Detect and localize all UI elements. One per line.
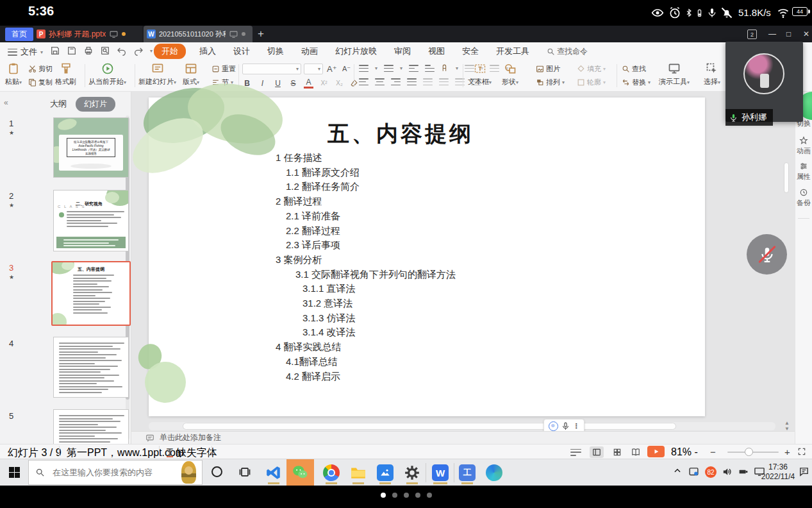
tab-slides[interactable]: 幻灯片: [76, 97, 115, 112]
notification-center-icon[interactable]: [799, 466, 809, 477]
zoom-in-button[interactable]: +: [784, 446, 790, 457]
italic-button[interactable]: I: [258, 79, 267, 88]
thumbnail-slide-5[interactable]: [53, 409, 129, 444]
print-icon[interactable]: [83, 46, 94, 56]
save-as-icon[interactable]: [67, 46, 77, 56]
usb-device-icon[interactable]: [738, 466, 749, 477]
picture-button[interactable]: 图片: [536, 64, 560, 74]
increase-font-button[interactable]: A⁺: [327, 64, 336, 74]
outline-button[interactable]: 轮廓▾: [577, 78, 606, 87]
shapes-button[interactable]: 形状▾: [502, 62, 518, 87]
decrease-font-button[interactable]: A⁻: [342, 65, 351, 73]
search-highlight-figure[interactable]: [181, 461, 196, 484]
align-center-icon[interactable]: [375, 78, 385, 86]
notes-bar[interactable]: 单击此处添加备注: [131, 431, 812, 444]
arrange-button[interactable]: 排列▾: [536, 78, 565, 87]
thumbnail-slide-1[interactable]: 纽马克交际翻译理论视角下 Asia-Pacific Fishing Liveli…: [53, 117, 129, 178]
horizontal-scrollbar-thumb[interactable]: [183, 423, 676, 430]
copy-button[interactable]: 复制: [28, 78, 53, 87]
menu-view[interactable]: 视图: [424, 44, 449, 59]
rail-properties[interactable]: 属性: [795, 162, 812, 181]
collapse-panel-button[interactable]: «: [4, 98, 8, 107]
wechat-cell-highlight[interactable]: [286, 459, 314, 486]
maximize-button[interactable]: □: [786, 30, 791, 38]
paste-button[interactable]: 粘贴▾: [5, 62, 22, 87]
photos-app-icon[interactable]: [377, 464, 394, 481]
align-left-icon[interactable]: [359, 78, 369, 86]
thumbnail-slide-3-selected[interactable]: 五、内容提纲: [51, 261, 131, 326]
edge-icon[interactable]: [486, 464, 502, 481]
reset-button[interactable]: 重置: [211, 64, 236, 74]
rail-animation[interactable]: 动画: [795, 136, 812, 155]
undo-icon[interactable]: [117, 46, 127, 56]
text-box-button[interactable]: 文本框▾: [468, 62, 492, 87]
align-right-icon[interactable]: [391, 78, 401, 86]
zoom-out-button[interactable]: −: [710, 446, 716, 457]
scrollbar-arrows[interactable]: ▲▼: [784, 420, 790, 432]
new-slide-button[interactable]: 新建幻灯片▾: [138, 62, 176, 87]
tray-expand-chevron[interactable]: [673, 466, 682, 475]
tab-outline[interactable]: 大纲: [50, 98, 67, 110]
font-size-combo[interactable]: ▾: [304, 64, 323, 74]
chrome-icon[interactable]: [323, 464, 340, 481]
menu-insert[interactable]: 插入: [195, 44, 220, 59]
zoom-slider-knob[interactable]: [745, 448, 753, 456]
zoom-level[interactable]: 81% -: [671, 446, 698, 458]
menu-security[interactable]: 安全: [458, 44, 483, 59]
close-button[interactable]: ✕: [803, 30, 809, 38]
replace-button[interactable]: 替换▾: [622, 78, 650, 87]
strikethrough-button[interactable]: S: [288, 79, 298, 88]
menu-devtools[interactable]: 开发工具: [492, 44, 533, 59]
fill-button[interactable]: 填充▾: [577, 64, 606, 74]
find-command[interactable]: 查找命令: [547, 46, 588, 57]
rail-backup[interactable]: 备份: [795, 188, 812, 207]
cut-button[interactable]: 剪切: [28, 64, 53, 74]
more-options-icon[interactable]: ⋮: [573, 422, 580, 430]
vertical-scrollbar-thumb[interactable]: [784, 162, 789, 193]
justify-icon[interactable]: [407, 78, 417, 86]
file-explorer-icon[interactable]: [350, 464, 367, 481]
text-direction-icon[interactable]: [441, 64, 449, 72]
task-view-icon[interactable]: [238, 466, 251, 478]
tray-badge-82[interactable]: 82: [705, 466, 717, 478]
subscript-button[interactable]: X₂: [335, 80, 344, 87]
superscript-button[interactable]: X²: [319, 80, 329, 87]
slideshow-play-button[interactable]: [647, 446, 665, 457]
font-name-combo[interactable]: ▾: [242, 64, 301, 74]
tray-app-icon[interactable]: [688, 466, 699, 477]
notes-toggle-icon[interactable]: [570, 448, 581, 457]
underline-button[interactable]: U: [273, 79, 283, 88]
mic-icon[interactable]: [561, 421, 570, 431]
zoom-slider-track[interactable]: [727, 452, 779, 453]
taskbar-clock[interactable]: 17:36 2022/11/4: [759, 462, 797, 482]
slide-outline[interactable]: 1 任务描述1.1 翻译原文介绍1.2 翻译任务简介2 翻译过程2.1 译前准备…: [276, 151, 686, 384]
menu-animation[interactable]: 动画: [297, 44, 322, 59]
numbered-list-icon[interactable]: [384, 64, 394, 72]
menu-transition[interactable]: 切换: [263, 44, 288, 59]
taskbar-search[interactable]: [28, 460, 203, 485]
file-menu[interactable]: 文件 ▾: [8, 46, 43, 58]
volume-icon[interactable]: [722, 466, 733, 477]
translator-app-icon[interactable]: 工: [459, 464, 476, 481]
slide-sorter-icon[interactable]: [612, 448, 622, 457]
home-button[interactable]: 首页: [5, 28, 33, 41]
normal-view-button[interactable]: [590, 446, 604, 458]
select-button[interactable]: 选择▾: [704, 62, 720, 87]
redo-icon[interactable]: [133, 46, 144, 56]
wps-app-icon[interactable]: W: [432, 464, 449, 481]
find-button[interactable]: 查找: [622, 64, 646, 74]
window-count-badge[interactable]: 2: [747, 30, 757, 39]
format-painter-button[interactable]: 格式刷: [55, 62, 76, 87]
distribute-icon[interactable]: [423, 78, 433, 86]
participant-video-tile[interactable]: 孙利娜: [725, 42, 803, 122]
slide-title[interactable]: 五、内容提纲: [276, 119, 526, 149]
thumbnail-slide-4[interactable]: [53, 337, 129, 398]
cortana-icon[interactable]: [211, 466, 222, 477]
menu-review[interactable]: 审阅: [390, 44, 415, 59]
reading-view-icon[interactable]: [631, 448, 641, 457]
settings-gear-icon[interactable]: [404, 464, 420, 481]
thumbnail-slide-2[interactable]: C L A S S 二、研究视角: [53, 190, 129, 251]
document-tab-pptx[interactable]: P 孙利娜 开题.pptx: [33, 26, 142, 42]
document-tab-doc[interactable]: W 20210551011020 孙利娜 开题: [144, 26, 253, 42]
ime-icon[interactable]: 中: [549, 421, 558, 431]
